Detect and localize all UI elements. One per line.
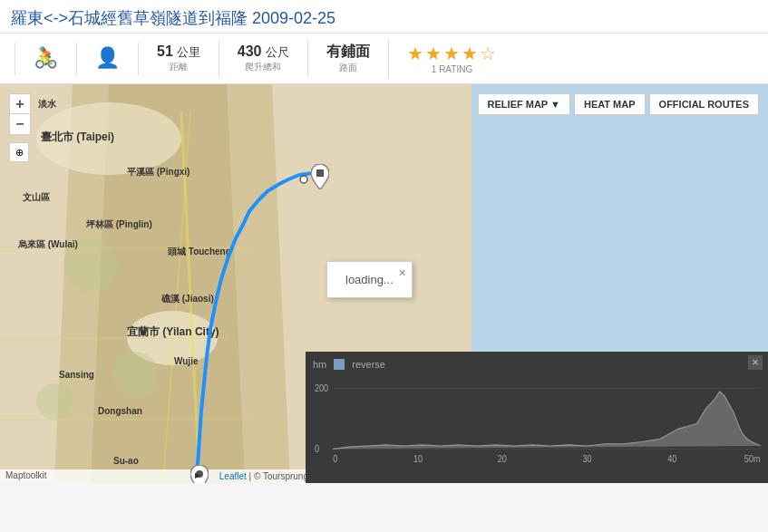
chart-header: hm reverse <box>313 359 761 370</box>
page-title-bar: 羅東<->石城經舊草嶺隧道到福隆 2009-02-25 <box>0 0 768 34</box>
svg-text:10: 10 <box>413 453 423 464</box>
activity-type-item: 🚴 <box>15 43 77 75</box>
svg-text:▶: ▶ <box>195 471 201 479</box>
surface-value: 有鋪面 <box>326 43 370 62</box>
zoom-out-button[interactable]: − <box>10 114 30 134</box>
rating-label: 1 RATING <box>432 64 472 74</box>
svg-text:0: 0 <box>333 453 337 464</box>
zoom-controls: + − <box>9 93 31 135</box>
svg-text:40: 40 <box>667 453 676 464</box>
svg-text:20: 20 <box>498 453 507 464</box>
compass-button[interactable]: ⊕ <box>9 142 29 162</box>
loading-text: loading... <box>345 273 394 286</box>
stats-bar: 🚴 👤 51 公里 距離 430 公尺 爬升總和 有鋪面 路面 ★★★★☆ 1 … <box>0 34 768 84</box>
elevation-value: 430 <box>238 44 262 60</box>
zoom-in-button[interactable]: + <box>10 94 30 114</box>
start-pin: ▶ <box>190 465 209 483</box>
distance-label: 距離 <box>170 61 188 73</box>
elevation-chart: × hm reverse 200 0 0 10 20 30 40 50m <box>306 352 768 483</box>
rating-stat: ★★★★☆ 1 RATING <box>389 39 516 78</box>
chart-reverse-label: reverse <box>352 359 385 370</box>
surface-stat: 有鋪面 路面 <box>308 39 389 78</box>
distance-stat: 51 公里 距離 <box>139 40 219 77</box>
svg-point-15 <box>300 176 307 183</box>
svg-text:0: 0 <box>315 443 319 454</box>
person-icon: 👤 <box>95 46 120 70</box>
person-item: 👤 <box>77 43 139 75</box>
end-pin <box>311 164 329 193</box>
heat-map-button[interactable]: HEAT MAP <box>574 93 646 115</box>
elevation-stat: 430 公尺 爬升總和 <box>219 40 308 77</box>
loading-close-button[interactable]: × <box>399 266 406 280</box>
chart-hm-label: hm <box>313 359 326 370</box>
svg-rect-14 <box>316 169 324 177</box>
elevation-unit: 公尺 <box>266 44 289 61</box>
svg-text:30: 30 <box>582 453 591 464</box>
map-container[interactable]: 淡水 臺北市 (Taipei) 平溪區 (Pingxi) 文山區 烏來區 (Wu… <box>0 84 768 483</box>
waypoint-marker <box>299 171 308 188</box>
cycling-icon: 🚴 <box>34 46 58 70</box>
map-toolbar: RELIEF MAP ▼ HEAT MAP OFFICIAL ROUTES <box>478 93 759 115</box>
page-title: 羅東<->石城經舊草嶺隧道到福隆 2009-02-25 <box>11 7 757 29</box>
official-routes-button[interactable]: OFFICIAL ROUTES <box>649 93 759 115</box>
svg-text:200: 200 <box>315 383 328 394</box>
stars-display: ★★★★☆ <box>407 43 498 64</box>
elevation-label: 爬升總和 <box>245 61 281 73</box>
surface-label: 路面 <box>339 62 357 74</box>
elevation-chart-svg: 200 0 0 10 20 30 40 50m <box>313 373 761 464</box>
svg-text:50m: 50m <box>744 453 761 464</box>
distance-value: 51 <box>157 44 173 60</box>
chart-close-button[interactable]: × <box>748 355 763 370</box>
loading-popup: loading... × <box>326 261 413 298</box>
relief-map-button[interactable]: RELIEF MAP ▼ <box>478 93 570 115</box>
chart-reverse-color <box>334 359 345 370</box>
distance-unit: 公里 <box>177 44 200 61</box>
